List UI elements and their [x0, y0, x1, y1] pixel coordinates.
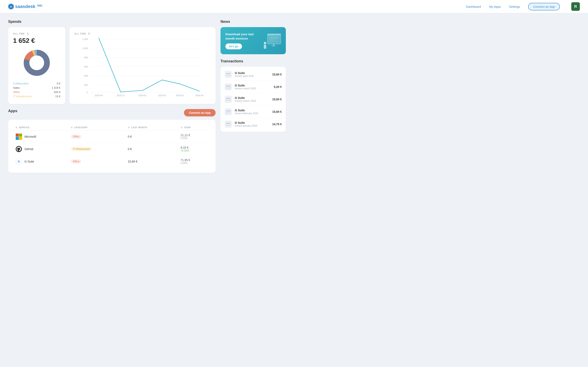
th-category: ⇅ CATEGORY [68, 125, 125, 131]
donut-svg [22, 49, 51, 77]
legend-value-sales: 1 319 € [52, 86, 61, 89]
svg-point-38 [264, 42, 266, 44]
category-badge-gsuite: Office [71, 159, 81, 164]
apps-header: Apps Connect an App [8, 109, 216, 117]
transaction-item: G Suite invoice march 2020 5,20 € [221, 81, 286, 93]
transaction-amount: 15,60 € [272, 110, 282, 113]
sort-service-icon[interactable]: ⇅ [16, 126, 17, 129]
chart-filter-label: ALL TIME [74, 33, 86, 35]
table-row: G G Suite Office 15,60 € 71,95 € 0.00% [13, 155, 211, 168]
apps-section: Apps Connect an App ⇅ SERVICE ⇅ CATE [8, 109, 216, 173]
transaction-icon [225, 108, 232, 115]
transaction-item: G Suite invoice february 2020 15,60 € [221, 106, 286, 118]
main-content: Spends ALL TIME ⇅ 1 652 € [0, 13, 294, 179]
transaction-name: G Suite [235, 71, 269, 75]
chart-sort-icon[interactable]: ⇅ [88, 32, 90, 35]
legend-value-collaboration: 0 € [57, 82, 61, 85]
svg-rect-33 [268, 34, 281, 35]
app-category-github: IT Infrastructure [68, 143, 125, 155]
filter-row: ALL TIME ⇅ [13, 32, 61, 35]
logo-text: saasdesk [15, 4, 35, 9]
logo: ● saasdesk beta [8, 4, 43, 9]
transaction-item: G Suite invoice january 2020 14,75 € [221, 118, 286, 130]
news-illustration [261, 32, 284, 54]
apps-card: ⇅ SERVICE ⇅ CATEGORY ⇅ LAST MONTH [8, 120, 216, 173]
legend-it: IT Infrastructure 13 € [13, 95, 61, 98]
svg-text:800: 800 [84, 56, 88, 59]
transaction-sub: invoice february 2020 [235, 112, 269, 115]
svg-rect-39 [264, 45, 266, 49]
chart-area: 1,200 1,000 800 600 400 200 0 [74, 37, 211, 98]
spends-section: Spends ALL TIME ⇅ 1 652 € [8, 20, 216, 104]
transaction-icon [225, 71, 232, 78]
app-lastmonth-gsuite: 15,60 € [125, 155, 178, 168]
app-logo-github [16, 146, 22, 152]
apps-title: Apps [8, 109, 17, 113]
chart-card: ALL TIME ⇅ 1,200 1,000 800 600 400 200 0 [69, 27, 216, 104]
news-banner-text: Download your last month invoices [225, 32, 258, 41]
transaction-amount: 15,60 € [272, 73, 282, 76]
nav-dashboard[interactable]: Dashboard [466, 5, 481, 8]
sort-lastmonth-icon[interactable]: ⇅ [128, 126, 130, 129]
transaction-sub: invoice april 2020 [235, 75, 269, 77]
sort-icon[interactable]: ⇅ [26, 32, 29, 35]
svg-rect-40 [273, 44, 274, 46]
app-logo-gsuite: G [16, 158, 22, 165]
nav-my-apps[interactable]: My Apps [489, 5, 501, 8]
transaction-icon [225, 96, 232, 103]
svg-text:G: G [18, 160, 20, 163]
svg-rect-48 [226, 110, 230, 113]
transaction-details: G Suite invoice january 2020 [235, 121, 269, 127]
apps-tbody: Microsoft Office 0 € 21,12 € 0.00% GitHu… [13, 131, 211, 168]
app-year-github: 6,33 € +0.32% [178, 143, 211, 155]
app-category-gsuite: Office [68, 155, 125, 168]
svg-point-4 [29, 55, 44, 70]
table-row: GitHub IT Infrastructure 0 € 6,33 € +0.3… [13, 143, 211, 155]
svg-text:2020-02: 2020-02 [158, 94, 166, 97]
transaction-name: G Suite [235, 96, 269, 100]
table-row: Microsoft Office 0 € 21,12 € 0.00% [13, 131, 211, 143]
filter-label: ALL TIME [13, 33, 25, 35]
avatar[interactable]: R [571, 2, 580, 11]
svg-rect-28 [19, 137, 22, 140]
transaction-sub: invoice march 2020 [235, 100, 269, 102]
chart-filter-row: ALL TIME ⇅ [74, 32, 211, 35]
svg-text:1,000: 1,000 [82, 47, 88, 50]
navbar-connect-button[interactable]: Connect an App [528, 3, 560, 10]
news-banner-button[interactable]: let's go [225, 43, 242, 49]
svg-text:600: 600 [84, 66, 88, 68]
nav-settings[interactable]: Settings [509, 5, 520, 8]
legend-label-collaboration: Collaboration [13, 82, 29, 85]
app-name-microsoft: Microsoft [25, 135, 36, 138]
transactions-title: Transactions [221, 59, 286, 63]
transaction-icon [225, 83, 232, 91]
transaction-sub: invoice march 2020 [235, 87, 271, 90]
svg-rect-26 [19, 133, 22, 137]
svg-rect-25 [16, 133, 19, 137]
connect-app-button[interactable]: Connect an App [184, 109, 216, 117]
app-category-microsoft: Office [68, 131, 125, 143]
svg-rect-46 [226, 98, 230, 101]
svg-rect-50 [226, 123, 230, 125]
sort-year-icon[interactable]: ⇅ [181, 126, 182, 129]
svg-text:2019-04: 2019-04 [95, 94, 103, 97]
legend: Collaboration 0 € Sales 1 319 € Office 3… [13, 82, 61, 98]
svg-text:2020-01: 2020-01 [138, 94, 146, 97]
sort-category-icon[interactable]: ⇅ [71, 126, 73, 129]
svg-text:400: 400 [84, 75, 88, 77]
left-panel: Spends ALL TIME ⇅ 1 652 € [8, 20, 216, 173]
navbar: ● saasdesk beta Dashboard My Apps Settin… [0, 0, 588, 13]
right-panel: News Download your last month invoices l… [221, 20, 286, 173]
transaction-name: G Suite [235, 84, 271, 87]
transaction-amount: 5,20 € [274, 85, 282, 89]
transaction-sub: invoice january 2020 [235, 124, 269, 127]
transaction-details: G Suite invoice february 2020 [235, 109, 269, 115]
category-badge-microsoft: Office [71, 134, 81, 139]
transaction-item: G Suite invoice march 2020 15,60 € [221, 93, 286, 106]
spend-summary-card: ALL TIME ⇅ 1 652 € [8, 27, 65, 104]
transaction-amount: 15,60 € [272, 98, 282, 101]
svg-text:1,200: 1,200 [82, 38, 88, 40]
legend-value-it: 13 € [55, 95, 61, 98]
news-title: News [221, 20, 286, 24]
apps-table: ⇅ SERVICE ⇅ CATEGORY ⇅ LAST MONTH [13, 125, 211, 168]
